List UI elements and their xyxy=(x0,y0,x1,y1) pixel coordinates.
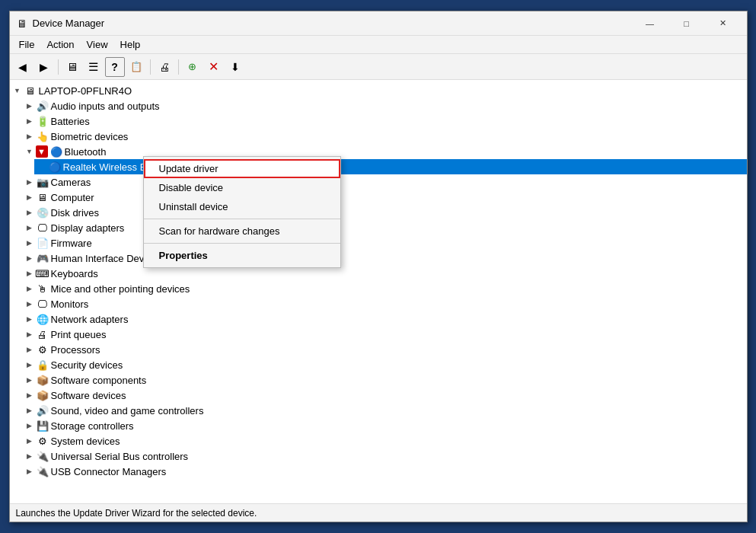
add-driver-button[interactable]: ⊕ xyxy=(183,57,203,77)
print-chevron: ▶ xyxy=(24,328,36,340)
tree-item-realtek[interactable]: 🔵 Realtek Wireless Bluetooth Adapter xyxy=(34,159,747,174)
context-menu: Update driver Disable device Uninstall d… xyxy=(143,156,341,268)
tree-item-sound[interactable]: ▶ 🔊 Sound, video and game controllers xyxy=(22,403,747,418)
tree-item-biometric[interactable]: ▶ 👆 Biometric devices xyxy=(22,129,747,144)
realtek-icon: 🔵 xyxy=(48,161,62,173)
tree-item-bluetooth[interactable]: ▼ ▼ 🔵 Bluetooth xyxy=(22,144,747,159)
usb-chevron: ▶ xyxy=(24,450,36,462)
monitors-icon: 🖵 xyxy=(36,298,49,310)
tree-item-hid[interactable]: ▶ 🎮 Human Interface Devices xyxy=(22,251,747,266)
tree-item-print[interactable]: ▶ 🖨 Print queues xyxy=(22,327,747,342)
tree-item-display[interactable]: ▶ 🖵 Display adapters xyxy=(22,220,747,235)
tree-item-audio[interactable]: ▶ 🔊 Audio inputs and outputs xyxy=(22,98,747,113)
firmware-chevron: ▶ xyxy=(24,237,36,249)
tree-item-disk[interactable]: ▶ 💿 Disk drives xyxy=(22,205,747,220)
system-chevron: ▶ xyxy=(24,435,36,447)
bluetooth-icon: 🔵 xyxy=(49,145,63,158)
root-icon: 🖥 xyxy=(24,85,37,97)
tree-item-storage[interactable]: ▶ 💾 Storage controllers xyxy=(22,418,747,433)
print-icon: 🖨 xyxy=(36,328,49,340)
sw-devices-icon: 📦 xyxy=(36,389,49,401)
hid-icon: 🎮 xyxy=(36,252,49,264)
forward-button[interactable]: ▶ xyxy=(34,57,54,77)
update-driver-button[interactable]: ⬇ xyxy=(225,57,245,77)
computer-label: Computer xyxy=(51,192,94,203)
back-button[interactable]: ◀ xyxy=(13,57,33,77)
sw-components-chevron: ▶ xyxy=(24,374,36,386)
print-label: Print queues xyxy=(51,329,107,340)
tree-item-keyboards[interactable]: ▶ ⌨ Keyboards xyxy=(22,266,747,281)
menu-help[interactable]: Help xyxy=(114,37,147,52)
sw-devices-chevron: ▶ xyxy=(24,389,36,401)
tree-item-computer[interactable]: ▶ 🖥 Computer xyxy=(22,190,747,205)
sound-label: Sound, video and game controllers xyxy=(51,405,204,417)
tree-item-network[interactable]: ▶ 🌐 Network adapters xyxy=(22,311,747,327)
tree-item-processors[interactable]: ▶ ⚙ Processors xyxy=(22,342,747,357)
network-icon: 🌐 xyxy=(36,313,49,325)
tree-item-sw-devices[interactable]: ▶ 📦 Software devices xyxy=(22,388,747,403)
toolbar: ◀ ▶ 🖥 ☰ ? 📋 🖨 ⊕ ✕ ⬇ xyxy=(10,54,747,80)
cameras-label: Cameras xyxy=(51,177,91,188)
cameras-icon: 📷 xyxy=(36,176,49,188)
hid-chevron: ▶ xyxy=(24,252,36,264)
print-button[interactable]: 🖨 xyxy=(155,57,174,77)
sw-devices-label: Software devices xyxy=(51,390,126,401)
network-label: Network adapters xyxy=(51,314,129,325)
ctx-uninstall-device[interactable]: Uninstall device xyxy=(144,197,340,216)
ctx-disable-device[interactable]: Disable device xyxy=(144,178,340,197)
batteries-chevron: ▶ xyxy=(24,115,36,127)
tree-item-usb[interactable]: ▶ 🔌 Universal Serial Bus controllers xyxy=(22,448,747,464)
tree-item-batteries[interactable]: ▶ 🔋 Batteries xyxy=(22,113,747,129)
tree-item-sw-components[interactable]: ▶ 📦 Software components xyxy=(22,372,747,388)
tree-item-security[interactable]: ▶ 🔒 Security devices xyxy=(22,357,747,372)
audio-label: Audio inputs and outputs xyxy=(51,101,160,112)
usb-connector-chevron: ▶ xyxy=(24,465,36,477)
device-tree[interactable]: ▼ 🖥 LAPTOP-0PFLNR4O ▶ 🔊 Audio inputs and… xyxy=(10,80,747,503)
tree-item-monitors[interactable]: ▶ 🖵 Monitors xyxy=(22,296,747,311)
menu-view[interactable]: View xyxy=(81,37,114,52)
tree-root[interactable]: ▼ 🖥 LAPTOP-0PFLNR4O xyxy=(10,83,747,98)
sound-chevron: ▶ xyxy=(24,404,36,417)
keyboards-label: Keyboards xyxy=(51,268,98,279)
tree-item-firmware[interactable]: ▶ 📄 Firmware xyxy=(22,235,747,251)
device-manager-window: 🖥 Device Manager — □ ✕ File Action View … xyxy=(9,11,748,522)
computer-button[interactable]: 🖥 xyxy=(62,57,82,77)
tree-item-cameras[interactable]: ▶ 📷 Cameras xyxy=(22,174,747,190)
remove-button[interactable]: ✕ xyxy=(204,57,224,77)
audio-chevron: ▶ xyxy=(24,100,36,112)
mice-label: Mice and other pointing devices xyxy=(51,283,190,295)
usb-label: Universal Serial Bus controllers xyxy=(51,451,189,462)
menu-action[interactable]: Action xyxy=(40,37,80,52)
system-icon: ⚙ xyxy=(36,435,49,447)
maximize-button[interactable]: □ xyxy=(669,11,704,36)
ctx-update-driver[interactable]: Update driver xyxy=(144,159,340,178)
tree-item-system[interactable]: ▶ ⚙ System devices xyxy=(22,433,747,448)
batteries-icon: 🔋 xyxy=(36,115,49,127)
display-chevron: ▶ xyxy=(24,222,36,234)
toolbar-separator-1 xyxy=(58,59,59,75)
ctx-separator-1 xyxy=(144,219,340,219)
storage-icon: 💾 xyxy=(36,420,49,432)
menu-bar: File Action View Help xyxy=(10,36,747,54)
keyboards-icon: ⌨ xyxy=(36,267,49,279)
help-properties-button[interactable]: ? xyxy=(105,57,125,77)
display-icon: 🖵 xyxy=(36,222,49,234)
batteries-label: Batteries xyxy=(51,116,90,127)
computer-chevron: ▶ xyxy=(24,191,36,203)
tree-item-mice[interactable]: ▶ 🖱 Mice and other pointing devices xyxy=(22,281,747,296)
ctx-scan-hardware[interactable]: Scan for hardware changes xyxy=(144,222,340,241)
resources-button[interactable]: 📋 xyxy=(126,57,146,77)
content-area: ▼ 🖥 LAPTOP-0PFLNR4O ▶ 🔊 Audio inputs and… xyxy=(10,80,747,503)
disk-icon: 💿 xyxy=(36,206,49,219)
tree-item-usb-connector[interactable]: ▶ 🔌 USB Connector Managers xyxy=(22,464,747,479)
toolbar-separator-3 xyxy=(178,59,179,75)
close-button[interactable]: ✕ xyxy=(706,11,741,36)
security-chevron: ▶ xyxy=(24,359,36,371)
list-button[interactable]: ☰ xyxy=(84,57,104,77)
ctx-properties[interactable]: Properties xyxy=(144,246,340,265)
mice-icon: 🖱 xyxy=(36,282,49,295)
toolbar-separator-2 xyxy=(150,59,151,75)
bluetooth-label: Bluetooth xyxy=(65,146,107,158)
menu-file[interactable]: File xyxy=(13,37,41,52)
minimize-button[interactable]: — xyxy=(633,11,668,36)
